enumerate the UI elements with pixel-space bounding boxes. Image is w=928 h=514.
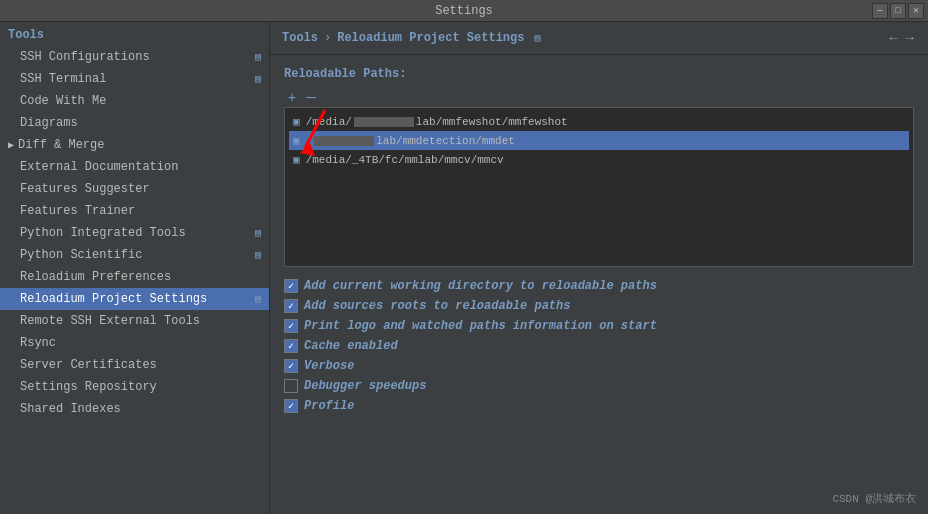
sidebar-item-python-integrated-tools[interactable]: Python Integrated Tools▤ — [0, 222, 269, 244]
sidebar-item-label: Reloadium Preferences — [20, 270, 261, 284]
sidebar-item-label: Python Scientific — [20, 248, 251, 262]
sidebar-item-label: SSH Configurations — [20, 50, 251, 64]
option-label: Verbose — [304, 359, 354, 373]
option-checkbox[interactable]: ✓ — [284, 339, 298, 353]
option-label: Add current working directory to reloada… — [304, 279, 657, 293]
sidebar-item-label: Server Certificates — [20, 358, 261, 372]
minimize-button[interactable]: ─ — [872, 3, 888, 19]
path-item[interactable]: ▣/media/_4TB/fc/mmlab/mmcv/mmcv — [289, 150, 909, 169]
sidebar-item-diff-&-merge[interactable]: ▶Diff & Merge — [0, 134, 269, 156]
option-checkbox[interactable] — [284, 379, 298, 393]
sidebar-item-ssh-terminal[interactable]: SSH Terminal▤ — [0, 68, 269, 90]
settings-icon: ▤ — [255, 293, 261, 305]
breadcrumb-current: Reloadium Project Settings — [337, 31, 524, 45]
section-title: Reloadable Paths: — [284, 67, 914, 81]
breadcrumb: Tools › Reloadium Project Settings ▤ ← → — [270, 22, 928, 55]
maximize-button[interactable]: □ — [890, 3, 906, 19]
option-row: ✓Add current working directory to reload… — [284, 279, 914, 293]
sidebar-item-reloadium-project-settings[interactable]: Reloadium Project Settings▤ — [0, 288, 269, 310]
option-row: ✓Verbose — [284, 359, 914, 373]
sidebar-item-ssh-configurations[interactable]: SSH Configurations▤ — [0, 46, 269, 68]
checkmark-icon: ✓ — [288, 360, 294, 372]
settings-icon: ▤ — [255, 227, 261, 239]
settings-icon: ▤ — [255, 51, 261, 63]
paths-list: ▣/media/lab/mmfewshot/mmfewshot▣/lab/mmd… — [284, 107, 914, 267]
sidebar-section-tools: Tools — [0, 22, 269, 46]
sidebar-item-external-documentation[interactable]: External Documentation — [0, 156, 269, 178]
option-row: ✓Cache enabled — [284, 339, 914, 353]
nav-arrows: ← → — [887, 30, 916, 46]
sidebar-item-settings-repository[interactable]: Settings Repository — [0, 376, 269, 398]
sidebar-item-label: Diff & Merge — [18, 138, 261, 152]
expand-arrow-icon: ▶ — [8, 139, 14, 151]
option-checkbox[interactable]: ✓ — [284, 359, 298, 373]
add-path-button[interactable]: + — [284, 89, 300, 105]
sidebar-item-rsync[interactable]: Rsync — [0, 332, 269, 354]
option-label: Print logo and watched paths information… — [304, 319, 657, 333]
breadcrumb-root: Tools — [282, 31, 318, 45]
sidebar-item-diagrams[interactable]: Diagrams — [0, 112, 269, 134]
sidebar-item-label: Rsync — [20, 336, 261, 350]
option-checkbox[interactable]: ✓ — [284, 399, 298, 413]
sidebar-item-reloadium-preferences[interactable]: Reloadium Preferences — [0, 266, 269, 288]
option-checkbox[interactable]: ✓ — [284, 299, 298, 313]
settings-icon: ▤ — [255, 73, 261, 85]
watermark: CSDN @洪城布衣 — [832, 491, 916, 506]
option-label: Profile — [304, 399, 354, 413]
option-row: Debugger speedups — [284, 379, 914, 393]
close-button[interactable]: ✕ — [908, 3, 924, 19]
paths-toolbar: + ─ — [284, 89, 914, 105]
folder-icon: ▣ — [293, 115, 300, 128]
sidebar-item-label: SSH Terminal — [20, 72, 251, 86]
checkmark-icon: ✓ — [288, 300, 294, 312]
checkmark-icon: ✓ — [288, 320, 294, 332]
sidebar-item-label: Settings Repository — [20, 380, 261, 394]
window-title: Settings — [435, 4, 493, 18]
options-list: ✓Add current working directory to reload… — [284, 279, 914, 413]
sidebar-item-remote-ssh-external-tools[interactable]: Remote SSH External Tools — [0, 310, 269, 332]
option-label: Debugger speedups — [304, 379, 426, 393]
breadcrumb-icon: ▤ — [534, 32, 540, 44]
path-item[interactable]: ▣/media/lab/mmfewshot/mmfewshot — [289, 112, 909, 131]
forward-button[interactable]: → — [904, 30, 916, 46]
sidebar-item-python-scientific[interactable]: Python Scientific▤ — [0, 244, 269, 266]
option-checkbox[interactable]: ✓ — [284, 319, 298, 333]
sidebar-item-shared-indexes[interactable]: Shared Indexes — [0, 398, 269, 420]
option-row: ✓Add sources roots to reloadable paths — [284, 299, 914, 313]
checkmark-icon: ✓ — [288, 340, 294, 352]
sidebar-item-label: Remote SSH External Tools — [20, 314, 261, 328]
sidebar-item-features-suggester[interactable]: Features Suggester — [0, 178, 269, 200]
sidebar-item-label: Diagrams — [20, 116, 261, 130]
path-text: /media/_4TB/fc/mmlab/mmcv/mmcv — [306, 154, 504, 166]
path-text: /lab/mmdetection/mmdet — [306, 135, 515, 147]
option-row: ✓Profile — [284, 399, 914, 413]
sidebar-item-features-trainer[interactable]: Features Trainer — [0, 200, 269, 222]
breadcrumb-separator: › — [324, 31, 331, 45]
sidebar-item-label: Python Integrated Tools — [20, 226, 251, 240]
folder-icon: ▣ — [293, 134, 300, 147]
option-row: ✓Print logo and watched paths informatio… — [284, 319, 914, 333]
window-controls: ─ □ ✕ — [872, 3, 924, 19]
settings-icon: ▤ — [255, 249, 261, 261]
path-text: /media/lab/mmfewshot/mmfewshot — [306, 116, 568, 128]
sidebar-item-label: Features Trainer — [20, 204, 261, 218]
sidebar-item-label: Code With Me — [20, 94, 261, 108]
folder-icon: ▣ — [293, 153, 300, 166]
path-item[interactable]: ▣/lab/mmdetection/mmdet — [289, 131, 909, 150]
sidebar-item-label: Features Suggester — [20, 182, 261, 196]
back-button[interactable]: ← — [887, 30, 899, 46]
sidebar-item-label: Shared Indexes — [20, 402, 261, 416]
remove-path-button[interactable]: ─ — [302, 89, 320, 105]
sidebar-item-server-certificates[interactable]: Server Certificates — [0, 354, 269, 376]
sidebar: Tools SSH Configurations▤SSH Terminal▤Co… — [0, 22, 270, 514]
sidebar-item-label: Reloadium Project Settings — [20, 292, 251, 306]
sidebar-item-code-with-me[interactable]: Code With Me — [0, 90, 269, 112]
checkmark-icon: ✓ — [288, 400, 294, 412]
title-bar: Settings ─ □ ✕ — [0, 0, 928, 22]
option-label: Add sources roots to reloadable paths — [304, 299, 570, 313]
content-body: Reloadable Paths: + ─ ▣/media/lab/mmfews… — [270, 55, 928, 514]
sidebar-item-label: External Documentation — [20, 160, 261, 174]
option-checkbox[interactable]: ✓ — [284, 279, 298, 293]
option-label: Cache enabled — [304, 339, 398, 353]
checkmark-icon: ✓ — [288, 280, 294, 292]
